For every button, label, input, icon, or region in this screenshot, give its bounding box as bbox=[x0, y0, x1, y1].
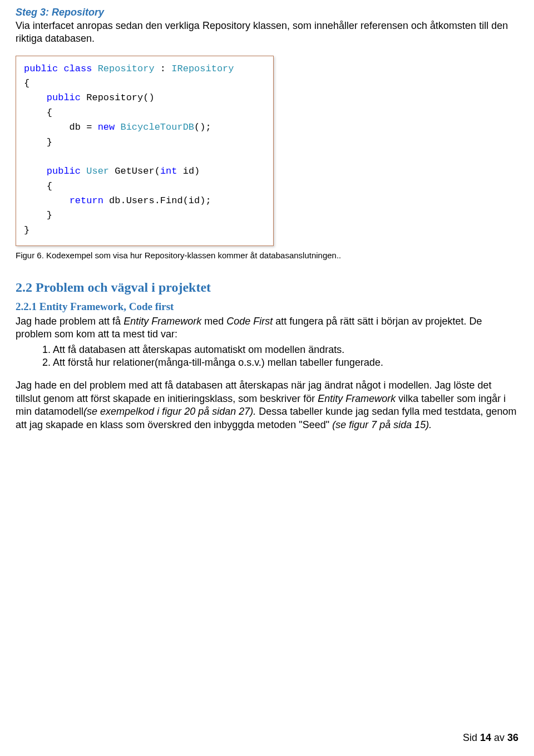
code-token: { bbox=[24, 78, 29, 89]
step-description: Via interfacet anropas sedan den verklig… bbox=[16, 19, 518, 46]
code-token: Repository() bbox=[81, 92, 155, 103]
code-block-figure: public class Repository : IRepository { … bbox=[16, 56, 274, 246]
code-token: } bbox=[24, 210, 52, 220]
footer-total-pages: 36 bbox=[507, 732, 518, 743]
code-token: public bbox=[47, 92, 81, 103]
text-run-italic: (se exempelkod i figur 20 på sidan 27). bbox=[83, 406, 256, 417]
text-run-italic: Entity Framework bbox=[123, 316, 201, 327]
text-run: med bbox=[201, 316, 226, 327]
text-run-italic: Entity Framework bbox=[318, 393, 395, 404]
paragraph-intro: Jag hade problem att få Entity Framework… bbox=[16, 315, 518, 341]
section-heading-h3: 2.2.1 Entity Framework, Code first bbox=[16, 301, 518, 313]
code-token: return bbox=[70, 195, 103, 206]
text-run-italic: Code First bbox=[226, 316, 273, 327]
code-token: : bbox=[155, 63, 172, 74]
list-item: 2. Att förstå hur relationer(många-till-… bbox=[42, 356, 518, 369]
footer-label: Sid bbox=[463, 732, 480, 743]
code-token: } bbox=[24, 137, 52, 148]
code-token: BicycleTourDB bbox=[115, 122, 194, 132]
paragraph-body: Jag hade en del problem med att få datab… bbox=[16, 379, 518, 431]
code-token: public bbox=[47, 166, 81, 176]
code-token: { bbox=[24, 107, 52, 118]
code-token: class bbox=[63, 63, 92, 74]
code-token: { bbox=[24, 181, 52, 192]
numbered-list: 1. Att få databasen att återskapas autom… bbox=[16, 343, 518, 370]
code-token: public bbox=[24, 63, 58, 74]
code-token: Repository bbox=[98, 63, 155, 74]
step-heading: Steg 3: Repository bbox=[16, 7, 518, 18]
footer-label: av bbox=[491, 732, 507, 743]
text-run-italic: (se figur 7 på sida 15). bbox=[332, 419, 432, 430]
code-token: GetUser( bbox=[109, 166, 160, 176]
code-token: IRepository bbox=[171, 63, 234, 74]
code-token: db = bbox=[24, 122, 98, 132]
document-page: Steg 3: Repository Via interfacet anropa… bbox=[0, 0, 534, 756]
list-item: 1. Att få databasen att återskapas autom… bbox=[42, 343, 518, 356]
code-token: User bbox=[81, 166, 109, 176]
code-token: int bbox=[160, 166, 177, 176]
code-token: db.Users.Find(id); bbox=[103, 195, 211, 206]
footer-page-number: 14 bbox=[480, 732, 491, 743]
figure-caption: Figur 6. Kodexempel som visa hur Reposit… bbox=[16, 251, 518, 260]
code-token: } bbox=[24, 225, 29, 235]
code-token: new bbox=[98, 122, 115, 132]
page-footer: Sid 14 av 36 bbox=[463, 732, 518, 744]
code-token: id) bbox=[177, 166, 200, 176]
section-heading-h2: 2.2 Problem och vägval i projektet bbox=[16, 280, 518, 295]
text-run: Jag hade problem att få bbox=[16, 316, 123, 327]
code-token: (); bbox=[194, 122, 211, 132]
